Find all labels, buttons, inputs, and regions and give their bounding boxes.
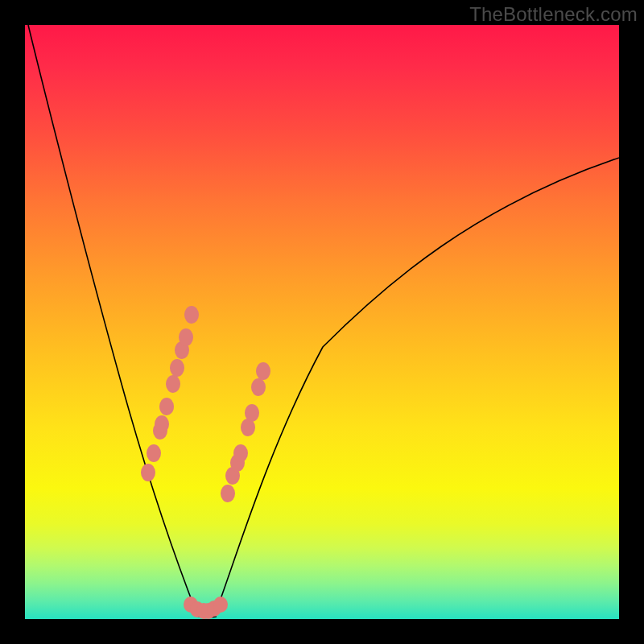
- svg-point-23: [213, 597, 228, 613]
- svg-point-9: [184, 306, 199, 324]
- curve-layer: [25, 25, 619, 619]
- svg-point-10: [221, 485, 235, 502]
- dots-left: [141, 306, 199, 481]
- svg-point-0: [141, 464, 155, 481]
- dots-valley: [184, 597, 228, 619]
- right-curve: [214, 158, 619, 617]
- watermark-text: TheBottleneck.com: [469, 3, 638, 26]
- plot-area: [25, 25, 619, 619]
- svg-point-4: [159, 398, 174, 415]
- svg-point-16: [251, 378, 266, 396]
- svg-point-3: [155, 415, 169, 433]
- svg-point-6: [170, 359, 184, 377]
- svg-point-15: [245, 404, 259, 422]
- frame-background: TheBottleneck.com: [0, 0, 644, 644]
- svg-point-17: [256, 362, 270, 380]
- svg-point-5: [166, 375, 180, 393]
- svg-point-8: [179, 328, 193, 346]
- svg-point-13: [233, 444, 248, 462]
- svg-point-1: [147, 444, 161, 462]
- left-curve: [28, 25, 198, 617]
